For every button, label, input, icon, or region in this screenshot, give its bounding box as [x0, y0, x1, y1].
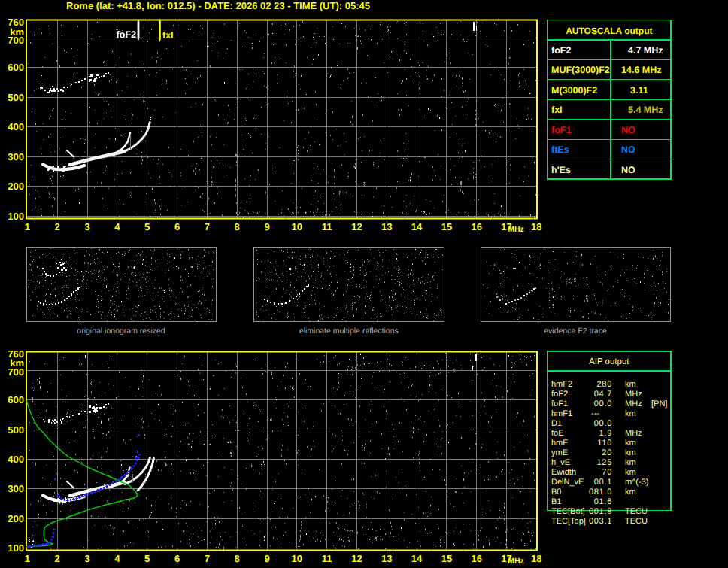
svg-text:foF2: foF2 — [551, 390, 568, 399]
svg-text:ymE: ymE — [551, 448, 568, 457]
svg-text:8: 8 — [234, 553, 239, 564]
svg-text:MHz: MHz — [508, 225, 524, 234]
svg-text:00.0: 00.0 — [594, 419, 612, 428]
svg-text:110: 110 — [597, 439, 612, 448]
svg-text:4.7 MHz: 4.7 MHz — [628, 45, 663, 56]
svg-text:2: 2 — [55, 221, 60, 232]
svg-text:12: 12 — [351, 553, 362, 564]
svg-text:3.11: 3.11 — [630, 85, 648, 96]
svg-text:original ionogram resized: original ionogram resized — [77, 327, 165, 336]
svg-text:14: 14 — [411, 553, 423, 564]
svg-text:01.6: 01.6 — [594, 497, 612, 506]
svg-text:hmF1: hmF1 — [551, 409, 572, 418]
svg-text:3: 3 — [84, 553, 89, 564]
svg-text:14: 14 — [411, 221, 423, 232]
svg-text:4: 4 — [114, 221, 120, 232]
svg-text:003.1: 003.1 — [589, 517, 612, 526]
svg-text:400: 400 — [8, 454, 24, 465]
svg-text:hmE: hmE — [551, 439, 569, 448]
svg-text:20: 20 — [602, 448, 612, 457]
svg-text:MHz: MHz — [625, 399, 642, 409]
svg-text:400: 400 — [8, 121, 24, 132]
svg-text:70: 70 — [602, 468, 612, 477]
svg-text:280: 280 — [597, 380, 612, 389]
svg-text:10: 10 — [292, 221, 302, 232]
svg-text:Rome (lat: +41.8, lon: 012.5): Rome (lat: +41.8, lon: 012.5) - DATE: 20… — [66, 0, 370, 11]
svg-text:9: 9 — [264, 221, 269, 232]
svg-text:12: 12 — [351, 221, 362, 232]
svg-text:5: 5 — [144, 553, 150, 564]
svg-text:100: 100 — [8, 542, 24, 554]
svg-text:[PN]: [PN] — [651, 399, 667, 409]
svg-text:9: 9 — [264, 553, 269, 564]
svg-text:TEC[Top]: TEC[Top] — [551, 517, 586, 526]
svg-text:h_vE: h_vE — [551, 458, 570, 467]
svg-text:1: 1 — [25, 221, 30, 232]
svg-text:hmF2: hmF2 — [551, 380, 572, 389]
svg-text:700: 700 — [8, 366, 24, 378]
svg-text:5.4 MHz: 5.4 MHz — [628, 105, 663, 115]
svg-text:7: 7 — [205, 553, 210, 564]
svg-text:11: 11 — [322, 221, 332, 232]
svg-text:km: km — [625, 409, 636, 418]
svg-text:TEC[Bot]: TEC[Bot] — [551, 507, 585, 516]
svg-text:NO: NO — [621, 144, 635, 155]
svg-text:fxI: fxI — [162, 30, 174, 41]
svg-text:m^(-3): m^(-3) — [625, 478, 648, 487]
svg-text:300: 300 — [8, 483, 24, 494]
svg-text:5: 5 — [144, 221, 150, 232]
svg-text:km: km — [625, 468, 636, 477]
svg-text:18: 18 — [531, 553, 541, 564]
svg-text:1.9: 1.9 — [599, 429, 612, 438]
svg-text:AUTOSCALA output: AUTOSCALA output — [566, 26, 652, 36]
svg-text:18: 18 — [531, 221, 541, 232]
svg-text:MHz: MHz — [508, 557, 524, 566]
svg-text:MUF(3000)F2: MUF(3000)F2 — [551, 65, 610, 75]
svg-text:4: 4 — [114, 553, 120, 564]
svg-text:evidence F2 trace: evidence F2 trace — [544, 327, 607, 336]
svg-text:foE: foE — [551, 429, 564, 438]
svg-text:B0: B0 — [551, 488, 561, 497]
svg-text:200: 200 — [8, 513, 24, 524]
svg-text:---: --- — [591, 409, 599, 418]
svg-text:00.1: 00.1 — [594, 478, 612, 487]
svg-text:NO: NO — [621, 165, 635, 175]
svg-text:3: 3 — [84, 221, 89, 232]
svg-text:D1: D1 — [551, 419, 562, 428]
svg-text:NO: NO — [621, 125, 635, 135]
svg-text:081.0: 081.0 — [589, 488, 612, 497]
svg-text:16: 16 — [471, 553, 481, 564]
svg-text:13: 13 — [381, 553, 392, 564]
svg-text:8: 8 — [234, 221, 239, 232]
svg-text:00.0: 00.0 — [594, 399, 612, 409]
svg-text:fxI: fxI — [551, 105, 563, 115]
svg-text:TECU: TECU — [625, 507, 648, 516]
svg-text:km: km — [625, 380, 636, 389]
svg-text:2: 2 — [55, 553, 60, 564]
svg-text:15: 15 — [441, 553, 452, 564]
svg-text:km: km — [625, 448, 636, 457]
svg-text:foF1: foF1 — [551, 399, 568, 409]
svg-text:MHz: MHz — [625, 429, 642, 438]
svg-text:DelN_vE: DelN_vE — [551, 478, 584, 487]
svg-text:foF2: foF2 — [117, 29, 136, 40]
svg-text:6: 6 — [174, 553, 180, 564]
svg-text:M(3000)F2: M(3000)F2 — [551, 85, 597, 96]
svg-text:km: km — [625, 458, 636, 467]
svg-text:foF2: foF2 — [551, 45, 571, 56]
svg-text:10: 10 — [292, 553, 302, 564]
svg-text:11: 11 — [322, 553, 332, 564]
svg-text:500: 500 — [8, 424, 24, 436]
svg-text:16: 16 — [471, 221, 481, 232]
svg-text:km: km — [625, 439, 636, 448]
svg-text:200: 200 — [8, 181, 24, 192]
svg-text:MHz: MHz — [625, 390, 642, 399]
svg-text:125: 125 — [597, 458, 612, 467]
svg-text:TECU: TECU — [625, 517, 648, 526]
svg-text:500: 500 — [8, 92, 24, 103]
svg-text:6: 6 — [174, 221, 180, 232]
svg-text:km: km — [625, 488, 636, 497]
svg-text:15: 15 — [441, 221, 452, 232]
svg-text:04.7: 04.7 — [594, 390, 612, 399]
svg-text:700: 700 — [8, 35, 24, 46]
